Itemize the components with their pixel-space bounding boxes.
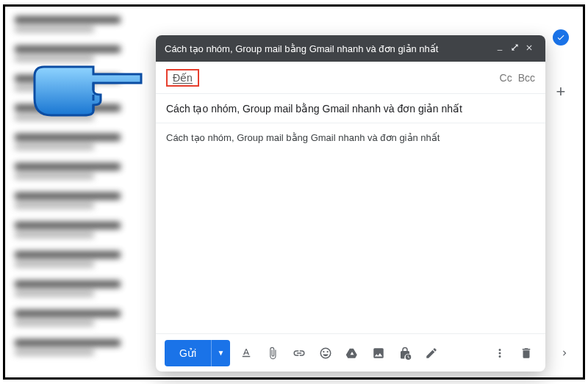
link-icon[interactable] <box>289 343 309 363</box>
bcc-link[interactable]: Bcc <box>518 72 535 84</box>
compose-window: Cách tạo nhóm, Group mail bằng Gmail nha… <box>156 35 545 372</box>
subject-row <box>156 94 545 123</box>
more-vert-icon[interactable] <box>490 343 510 363</box>
tasks-chip-icon[interactable] <box>552 29 570 46</box>
send-button-group: Gửi ▼ <box>165 340 230 366</box>
cc-link[interactable]: Cc <box>500 72 512 84</box>
pen-icon[interactable] <box>421 343 442 363</box>
trash-icon[interactable] <box>516 343 537 363</box>
chevron-right-icon[interactable] <box>559 348 570 361</box>
recipients-row[interactable]: Đến Cc Bcc <box>156 62 545 94</box>
subject-input[interactable] <box>166 103 535 115</box>
drive-icon[interactable] <box>342 343 362 363</box>
close-icon[interactable] <box>522 43 537 54</box>
compose-title-bar: Cách tạo nhóm, Group mail bằng Gmail nha… <box>156 35 545 62</box>
smiley-icon[interactable] <box>315 343 336 363</box>
pointing-hand-annotation <box>31 58 148 124</box>
format-text-icon[interactable] <box>236 343 257 363</box>
plus-icon[interactable]: + <box>552 83 570 101</box>
compose-body[interactable]: Cách tạo nhóm, Group mail bằng Gmail nha… <box>156 123 545 333</box>
expand-icon[interactable] <box>507 43 522 54</box>
image-icon[interactable] <box>368 343 389 363</box>
minimize-icon[interactable] <box>492 43 507 54</box>
send-options-button[interactable]: ▼ <box>211 340 230 366</box>
right-side-panel: + <box>546 29 576 101</box>
lock-clock-icon[interactable] <box>395 343 415 363</box>
compose-title: Cách tạo nhóm, Group mail bằng Gmail nha… <box>165 43 492 54</box>
compose-toolbar: Gửi ▼ <box>156 333 545 372</box>
to-link[interactable]: Đến <box>166 69 199 87</box>
body-text: Cách tạo nhóm, Group mail bằng Gmail nha… <box>166 132 535 143</box>
send-button[interactable]: Gửi <box>165 340 211 366</box>
paperclip-icon[interactable] <box>262 343 283 363</box>
